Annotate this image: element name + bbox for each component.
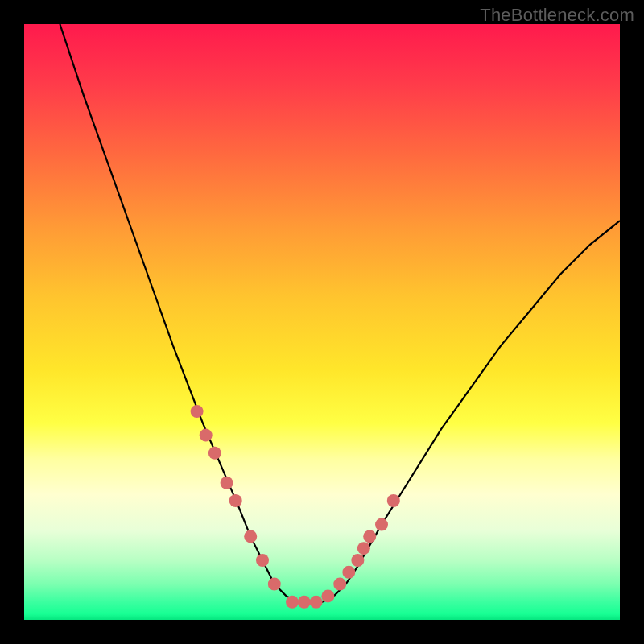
marker-dot bbox=[310, 596, 323, 609]
chart-frame: TheBottleneck.com bbox=[0, 0, 644, 644]
marker-dot bbox=[268, 578, 281, 591]
marker-dot bbox=[229, 494, 242, 507]
marker-dot bbox=[256, 554, 269, 567]
marker-dot bbox=[208, 447, 221, 460]
marker-dot bbox=[375, 518, 388, 531]
marker-dot bbox=[298, 596, 311, 609]
watermark-text: TheBottleneck.com bbox=[480, 5, 634, 26]
marker-dot bbox=[363, 530, 376, 543]
highlighted-points bbox=[191, 405, 400, 609]
marker-dot bbox=[221, 477, 233, 489]
curve-svg bbox=[24, 24, 620, 620]
marker-dot bbox=[244, 530, 257, 543]
marker-dot bbox=[191, 405, 204, 418]
marker-dot bbox=[351, 554, 364, 567]
marker-dot bbox=[321, 589, 334, 602]
marker-dot bbox=[200, 429, 213, 442]
marker-dot bbox=[333, 578, 346, 591]
marker-dot bbox=[387, 494, 400, 507]
marker-dot bbox=[357, 542, 370, 555]
bottleneck-curve bbox=[60, 24, 620, 602]
marker-dot bbox=[342, 566, 355, 579]
plot-area bbox=[24, 24, 620, 620]
marker-dot bbox=[286, 596, 299, 609]
